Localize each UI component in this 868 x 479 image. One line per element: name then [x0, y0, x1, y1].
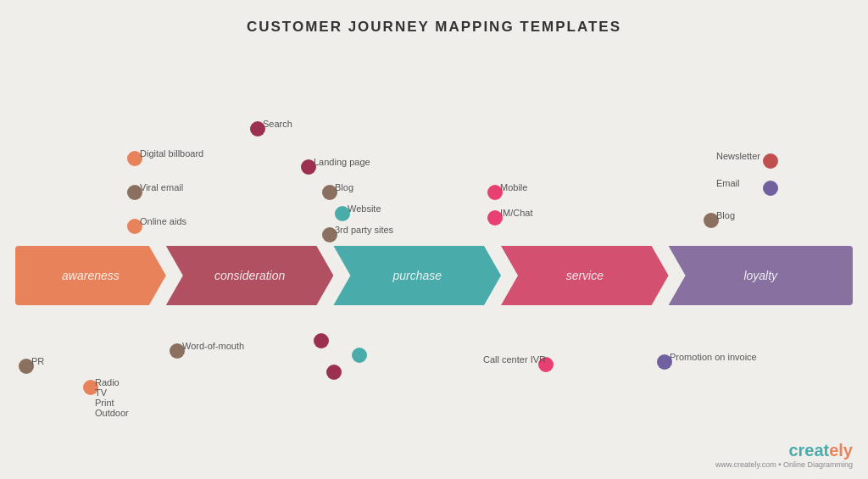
stage-label-loyalty: loyalty: [743, 269, 777, 282]
dot-label: Landing page: [314, 157, 370, 167]
page-title: CUSTOMER JOURNEY MAPPING TEMPLATES: [0, 0, 868, 36]
dot-label: Blog: [716, 210, 735, 220]
stage-loyalty: loyalty: [669, 246, 853, 305]
stage-awareness: awareness: [15, 246, 166, 305]
dot-circle: [763, 181, 778, 196]
dot-label: PR: [31, 356, 44, 366]
stage-label-consideration: consideration: [214, 269, 285, 282]
dot-label: Website: [348, 203, 381, 214]
dot-circle: [352, 348, 367, 363]
dot-label: Call center IVR: [483, 354, 546, 365]
stage-label-purchase: purchase: [392, 269, 442, 282]
dot-label: Blog: [335, 182, 353, 192]
dot-circle: [326, 365, 342, 380]
dot-label: Digital billboard: [140, 148, 203, 159]
dot-label: 3rd party sites: [335, 225, 393, 235]
dot-label: IM/Chat: [500, 208, 533, 218]
dot-label: Online aids: [140, 216, 186, 226]
ribbon-area: awarenessconsiderationpurchaseserviceloy…: [15, 246, 853, 305]
dot-circle: [763, 153, 778, 169]
stage-label-service: service: [566, 269, 604, 282]
dot-label: Newsletter: [716, 151, 760, 161]
dot-circle: [314, 333, 329, 348]
dot-label: Radio TV Print Outdoor: [95, 377, 129, 418]
dot-label: Mobile: [500, 182, 527, 192]
dot-label: Search: [263, 119, 292, 129]
branding-name: creately: [715, 441, 853, 460]
stage-service: service: [501, 246, 669, 305]
dot-label: Promotion on invoice: [670, 352, 757, 362]
page-container: CUSTOMER JOURNEY MAPPING TEMPLATES aware…: [0, 0, 868, 479]
dot-label: Email: [716, 178, 740, 188]
stage-label-awareness: awareness: [62, 269, 120, 282]
stage-purchase: purchase: [333, 246, 501, 305]
branding: creately www.creately.com • Online Diagr…: [715, 441, 853, 469]
branding-sub: www.creately.com • Online Diagramming: [715, 460, 853, 469]
stage-consideration: consideration: [166, 246, 334, 305]
dot-label: Word-of-mouth: [182, 341, 244, 351]
dot-label: Viral email: [140, 182, 183, 192]
